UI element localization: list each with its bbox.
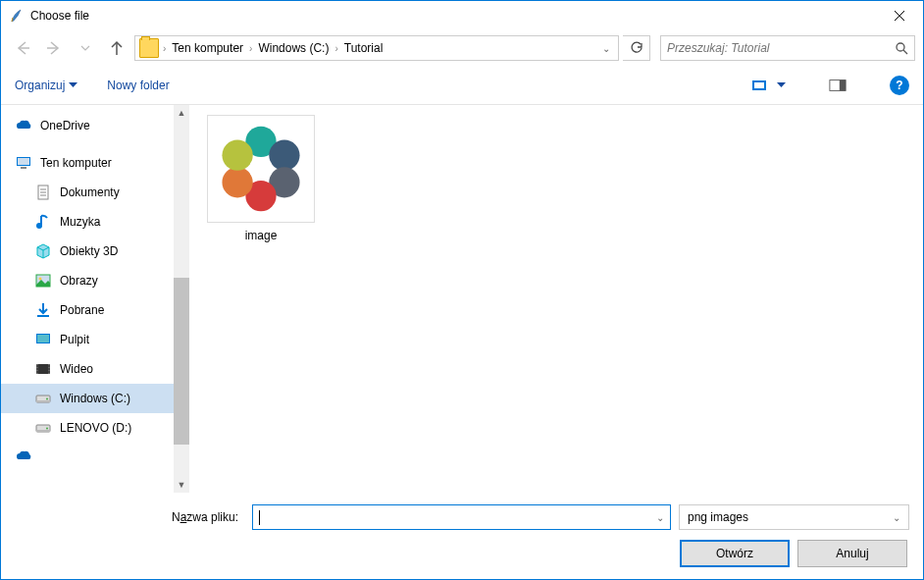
preview-pane-icon — [829, 78, 847, 93]
filetype-filter[interactable]: png images ⌄ — [679, 504, 909, 530]
back-button[interactable] — [9, 34, 36, 62]
filename-input[interactable]: ⌄ — [252, 504, 671, 530]
scroll-thumb[interactable] — [174, 278, 189, 445]
svg-rect-7 — [21, 167, 26, 169]
svg-rect-14 — [36, 364, 50, 374]
svg-rect-22 — [36, 430, 50, 432]
vid-icon — [34, 360, 52, 378]
close-icon — [894, 10, 905, 22]
tree-item-label: Ten komputer — [40, 156, 112, 170]
scroll-up-icon[interactable]: ▲ — [174, 105, 189, 121]
svg-point-29 — [249, 157, 273, 181]
file-item[interactable]: image — [207, 115, 315, 242]
tree-item-muzyka[interactable]: Muzyka — [1, 207, 174, 237]
tree-item-windows-c-[interactable]: Windows (C:) — [1, 384, 174, 413]
tree-item-label: Wideo — [60, 362, 93, 376]
up-button[interactable] — [103, 34, 130, 62]
address-dropdown[interactable]: ⌄ — [598, 43, 614, 54]
tree: OneDriveTen komputerDokumentyMuzykaObiek… — [1, 105, 174, 493]
svg-point-11 — [39, 278, 42, 281]
search-input[interactable] — [667, 41, 895, 55]
tree-item-partial[interactable] — [1, 450, 174, 462]
chevron-down-icon — [80, 43, 90, 53]
3d-icon — [34, 242, 52, 260]
organize-label: Organizuj — [15, 79, 65, 92]
chevron-down-icon — [777, 80, 786, 89]
forward-button[interactable] — [40, 34, 68, 62]
music-icon — [34, 213, 52, 231]
tree-item-label: Dokumenty — [60, 185, 120, 199]
svg-point-24 — [269, 140, 299, 171]
cancel-label: Anuluj — [836, 547, 868, 560]
close-button[interactable] — [877, 1, 921, 30]
breadcrumb-sep: › — [161, 43, 168, 54]
tree-item-label: Pulpit — [60, 333, 89, 346]
thumbnails-icon — [751, 78, 771, 93]
desk-icon — [34, 331, 52, 348]
tree-item-label: Obrazy — [60, 274, 98, 288]
tree-item-wideo[interactable]: Wideo — [1, 354, 174, 384]
toolbar: Organizuj Nowy folder ? — [1, 66, 923, 105]
tree-item-pulpit[interactable]: Pulpit — [1, 325, 174, 354]
titlebar: Choose file — [1, 1, 923, 30]
filter-label: png images — [688, 510, 748, 524]
tree-item-lenovo-d-[interactable]: LENOVO (D:) — [1, 413, 174, 443]
tree-item-onedrive[interactable]: OneDrive — [1, 111, 174, 140]
file-name: image — [245, 229, 278, 242]
svg-point-0 — [897, 43, 904, 51]
filename-label: Nazwa pliku: — [15, 510, 244, 524]
file-thumbnail — [207, 115, 315, 223]
svg-point-27 — [222, 167, 252, 197]
svg-rect-6 — [18, 158, 29, 165]
open-button[interactable]: Otwórz — [680, 540, 790, 567]
cancel-button[interactable]: Anuluj — [797, 540, 907, 567]
tree-item-pobrane[interactable]: Pobrane — [1, 295, 174, 325]
text-caret — [259, 510, 260, 525]
breadcrumb-item[interactable]: Ten komputer — [168, 41, 247, 55]
chevron-down-icon[interactable]: ⌄ — [656, 512, 664, 523]
drive-icon — [34, 390, 52, 407]
tree-item-dokumenty[interactable]: Dokumenty — [1, 178, 174, 207]
new-folder-label: Nowy folder — [107, 79, 169, 92]
recent-dropdown[interactable] — [72, 34, 99, 62]
organize-menu[interactable]: Organizuj — [15, 79, 77, 92]
drive-icon — [34, 419, 52, 437]
app-icon — [9, 8, 25, 24]
view-mode-button[interactable] — [751, 78, 786, 93]
arrow-right-icon — [45, 39, 63, 57]
breadcrumb-sep: › — [247, 43, 254, 54]
tree-item-obiekty-3d[interactable]: Obiekty 3D — [1, 237, 174, 266]
scroll-down-icon[interactable]: ▼ — [174, 477, 189, 493]
search-icon — [895, 41, 908, 55]
breadcrumb-item[interactable]: Tutorial — [340, 41, 387, 55]
onedrive-icon — [15, 117, 32, 134]
img-icon — [34, 272, 52, 290]
refresh-button[interactable] — [623, 35, 650, 61]
breadcrumb-item[interactable]: Windows (C:) — [254, 41, 333, 55]
tree-item-obrazy[interactable]: Obrazy — [1, 266, 174, 295]
dialog-body: OneDriveTen komputerDokumentyMuzykaObiek… — [1, 105, 923, 493]
sidebar-scrollbar[interactable]: ▲ ▼ — [174, 105, 189, 493]
search-box[interactable] — [660, 35, 915, 61]
svg-rect-13 — [37, 335, 49, 343]
svg-point-28 — [222, 140, 252, 171]
folder-icon — [139, 38, 159, 58]
file-content-area[interactable]: image — [189, 105, 923, 493]
preview-pane-button[interactable] — [829, 77, 847, 94]
tree-item-label: Muzyka — [60, 215, 100, 229]
chevron-down-icon — [69, 80, 77, 89]
address-bar[interactable]: › Ten komputer › Windows (C:) › Tutorial… — [134, 35, 619, 61]
breadcrumb-sep: › — [333, 43, 339, 54]
svg-point-21 — [46, 428, 48, 430]
scroll-track[interactable] — [174, 121, 189, 477]
refresh-icon — [630, 41, 643, 55]
open-label: Otwórz — [716, 547, 753, 560]
sidebar: OneDriveTen komputerDokumentyMuzykaObiek… — [1, 105, 189, 493]
help-icon: ? — [896, 79, 902, 92]
tree-item-ten-komputer[interactable]: Ten komputer — [1, 148, 174, 178]
doc-icon — [34, 184, 52, 201]
image-preview-icon — [216, 124, 306, 214]
help-button[interactable]: ? — [890, 76, 909, 95]
svg-point-18 — [46, 398, 48, 400]
new-folder-button[interactable]: Nowy folder — [107, 79, 169, 92]
